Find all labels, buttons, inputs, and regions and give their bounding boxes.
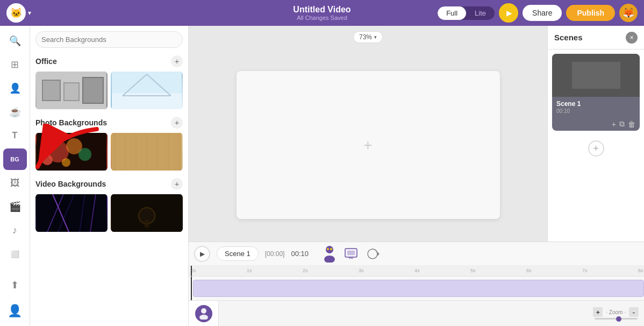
full-toggle[interactable]: Full (438, 6, 466, 20)
sidebar-item-user[interactable]: 👤 (3, 77, 27, 99)
timeline-icons-row (321, 246, 381, 262)
sidebar-item-video[interactable]: 🎬 (3, 196, 27, 217)
svg-point-15 (78, 148, 91, 161)
office-grid (35, 72, 183, 109)
zoom-chevron-icon: ▾ (374, 34, 377, 40)
bottom-strip: + · Zoom · - (189, 300, 644, 326)
zoom-plus-button[interactable]: + (593, 307, 603, 317)
canvas-viewport: + (194, 48, 542, 242)
timeline-camera-icon[interactable] (364, 246, 381, 262)
ruler-tick-3s: 3s (359, 268, 364, 273)
svg-point-46 (199, 315, 208, 320)
bg-panel: Office + (30, 26, 189, 326)
svg-point-17 (62, 158, 70, 167)
zoom-label: · Zoom · (606, 309, 626, 315)
text-icon: T (12, 131, 18, 140)
video-icon: 🎬 (9, 201, 21, 212)
scene-card-1[interactable]: Scene 1 00:10 + ⧉ 🗑 (552, 54, 640, 131)
topbar: 🐱 ▾ Untitled Video All Changes Saved Ful… (0, 0, 644, 26)
zoom-slider-row (595, 318, 638, 320)
canvas-scenes-row: 73% ▾ + Scenes × (189, 26, 644, 242)
bottom-avatar[interactable] (195, 305, 212, 322)
sidebar-item-bg[interactable]: BG (3, 148, 27, 170)
canvas-add-icon: + (363, 137, 372, 154)
sidebar-item-props[interactable]: ☕ (3, 101, 27, 123)
video-thumb-2[interactable] (111, 194, 183, 232)
share-button[interactable]: Share (523, 5, 562, 21)
svg-point-45 (201, 308, 206, 314)
zoom-slider[interactable] (595, 318, 638, 320)
icon-sidebar: 🔍 ⊞ 👤 ☕ T BG 🖼 🎬 ♪ ⬜ ⬆ (0, 26, 30, 326)
office-thumb-2[interactable] (111, 72, 183, 109)
sidebar-item-music[interactable]: ♪ (3, 219, 27, 241)
scene-card-actions: + ⧉ 🗑 (552, 117, 640, 131)
save-status: All Changes Saved (293, 15, 350, 21)
timeline-play-button[interactable]: ▶ (194, 246, 210, 262)
photo-thumb-1[interactable] (35, 133, 108, 171)
svg-rect-4 (65, 83, 78, 100)
publish-button[interactable]: Publish (566, 5, 615, 21)
video-bg-add-button[interactable]: + (171, 178, 183, 190)
sidebar-avatar[interactable]: 👤 (3, 300, 27, 322)
topbar-center: Untitled Video All Changes Saved (293, 5, 350, 21)
ruler-tick-5s: 5s (470, 268, 476, 273)
timeline-scene-label[interactable]: Scene 1 (217, 246, 259, 261)
add-scene-area: + (548, 137, 644, 160)
search-backgrounds-input[interactable] (35, 31, 183, 48)
svg-point-16 (42, 154, 53, 165)
scene-preview (552, 54, 640, 97)
canvas-content[interactable]: + (237, 71, 500, 219)
sidebar-item-search[interactable]: 🔍 (3, 30, 27, 52)
scene-copy-button[interactable]: ⧉ (619, 119, 625, 129)
bottom-avatar-area (189, 301, 219, 326)
scene-add-action-button[interactable]: + (612, 120, 616, 129)
scenes-title: Scenes (554, 33, 583, 42)
sidebar-item-text[interactable]: T (3, 125, 27, 146)
video-bg-section: Video Backgrounds + (35, 178, 183, 232)
add-scene-button[interactable]: + (588, 140, 604, 157)
zoom-slider-thumb (616, 316, 621, 322)
video-bg-section-title: Video Backgrounds (35, 180, 106, 188)
photo-bg-section-title: Photo Backgrounds (35, 118, 107, 127)
props-icon: ☕ (9, 106, 21, 118)
play-icon: ▶ (506, 9, 512, 17)
scene-delete-button[interactable]: 🗑 (628, 120, 635, 129)
sidebar-item-upload[interactable]: ⬆ (3, 274, 27, 296)
video-title[interactable]: Untitled Video (293, 5, 350, 15)
sidebar-item-caption[interactable]: ⬜ (3, 243, 27, 265)
svg-rect-23 (112, 133, 182, 171)
logo[interactable]: 🐱 (6, 3, 26, 23)
lite-toggle[interactable]: Lite (466, 6, 495, 20)
sidebar-item-image[interactable]: 🖼 (3, 172, 27, 194)
svg-point-36 (324, 256, 335, 263)
timeline-track (189, 277, 644, 300)
zoom-pill[interactable]: 73% ▾ (353, 31, 383, 43)
scene-name: Scene 1 (556, 100, 635, 108)
user-avatar[interactable]: 🦊 (619, 4, 638, 22)
ruler-tick-2s: 2s (303, 268, 308, 273)
office-section: Office + (35, 55, 183, 109)
video-thumb-1[interactable] (35, 194, 108, 232)
office-add-button[interactable]: + (171, 55, 183, 67)
office-thumb-1[interactable] (35, 72, 108, 109)
preview-play-button[interactable]: ▶ (499, 3, 518, 23)
svg-marker-44 (377, 252, 380, 256)
user-icon: 👤 (9, 82, 21, 94)
logo-chevron[interactable]: ▾ (28, 9, 31, 17)
scene-duration: 00:10 (556, 108, 635, 114)
timeline-screen-icon[interactable] (343, 246, 359, 262)
timeline-character-icon[interactable] (321, 246, 338, 262)
zoom-minus-button[interactable]: - (629, 307, 639, 317)
photo-thumb-2[interactable] (111, 133, 183, 171)
caption-icon: ⬜ (11, 250, 19, 258)
photo-bg-add-button[interactable]: + (171, 117, 183, 129)
sidebar-item-layout[interactable]: ⊞ (3, 54, 27, 75)
office-section-title: Office (35, 57, 57, 66)
timeline-track-bar[interactable] (193, 280, 644, 297)
svg-rect-42 (347, 251, 355, 255)
scenes-header: Scenes × (548, 26, 644, 49)
timeline-ruler: 0s 1s 2s 3s 4s 5s 6s 7s 8s 9s 10s (189, 266, 644, 277)
ruler-tick-6s: 6s (526, 268, 532, 273)
upload-icon: ⬆ (11, 279, 19, 291)
scenes-close-button[interactable]: × (626, 32, 638, 44)
